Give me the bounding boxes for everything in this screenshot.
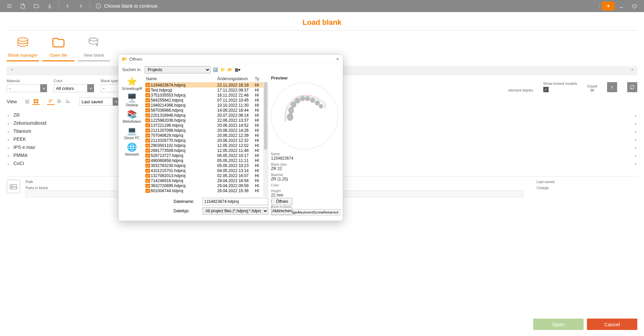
file-row[interactable]: 490060858.hdproj05.05.2022 11:11HI bbox=[145, 158, 268, 163]
svg-point-37 bbox=[310, 98, 315, 103]
tab-label: New blank bbox=[78, 53, 110, 58]
pv-blanktype: ZR 22 bbox=[271, 166, 340, 171]
file-row[interactable]: 1949214366.hdproj10.10.2022 11:30HI bbox=[145, 103, 268, 108]
toolbar-hint: Choose blank to continue. bbox=[95, 3, 158, 9]
new-folder-icon[interactable]: 📂 bbox=[227, 66, 233, 73]
svg-rect-25 bbox=[145, 164, 150, 168]
svg-point-31 bbox=[287, 113, 293, 121]
material-label: Material bbox=[7, 79, 47, 83]
svg-rect-4 bbox=[36, 99, 38, 101]
preview-image bbox=[271, 82, 338, 150]
file-row[interactable]: 2113326770.hdproj20.06.2022 12:32HI bbox=[145, 138, 268, 143]
sort-desc-icon[interactable] bbox=[47, 98, 54, 105]
file-row[interactable]: 4101215701.hdproj04.05.2022 13:14HI bbox=[145, 168, 268, 173]
filename-input[interactable] bbox=[202, 198, 268, 205]
power-icon[interactable] bbox=[628, 0, 641, 12]
file-row[interactable]: Test.hdprojz17.11.2022 09:37HI bbox=[145, 88, 268, 93]
thumbnail-icon bbox=[7, 180, 20, 193]
open-file-dialog: 📂 Öffnen ✕ Suchen in: Projects 🔙 📁 📂 ▦▾ … bbox=[118, 54, 343, 221]
file-row[interactable]: 1225982036.hdproj22.06.2022 13:37HI bbox=[145, 118, 268, 123]
sort-select[interactable]: ▾ bbox=[79, 98, 120, 106]
view-menu-icon[interactable]: ▦▾ bbox=[234, 66, 241, 73]
scrollbar[interactable] bbox=[263, 82, 268, 197]
file-row[interactable]: 601004744.hdproj26.04.2022 15:36HI bbox=[145, 188, 268, 193]
col-name[interactable]: Name bbox=[145, 76, 217, 81]
new-file-icon[interactable] bbox=[16, 0, 30, 12]
svg-rect-23 bbox=[145, 154, 150, 158]
file-row[interactable]: 2691773509.hdproj12.05.2022 11:48HI bbox=[145, 148, 268, 153]
file-row[interactable]: 587036966.hdproj14.09.2022 16:44HI bbox=[145, 108, 268, 113]
place-item[interactable]: 💻Dieser PC bbox=[124, 126, 140, 140]
charge-label: Charge bbox=[537, 186, 637, 190]
sort-asc-icon[interactable] bbox=[64, 98, 72, 105]
list-view-icon[interactable] bbox=[24, 98, 31, 105]
place-item[interactable]: ⭐Schnellzugriff bbox=[122, 77, 142, 91]
tab-blank-manager[interactable]: Blank manager bbox=[7, 35, 39, 61]
grid-view-icon[interactable] bbox=[32, 98, 40, 105]
svg-rect-5 bbox=[34, 102, 36, 103]
folder-icon bbox=[42, 35, 75, 51]
tab-new-blank[interactable]: New blank bbox=[78, 35, 110, 61]
svg-rect-24 bbox=[145, 159, 150, 163]
minimize-icon[interactable] bbox=[614, 0, 628, 12]
svg-point-1 bbox=[18, 38, 28, 41]
chevron-up-icon: ⌃ bbox=[631, 68, 634, 73]
up-nav-icon[interactable]: 📁 bbox=[219, 66, 226, 73]
place-item[interactable]: 🌐Netzwerk bbox=[125, 143, 139, 156]
refresh-button[interactable] bbox=[627, 82, 637, 92]
file-row[interactable]: 584255842.hdproj07.11.2022 10:45HI bbox=[145, 98, 268, 103]
file-row[interactable]: 2121207098.hdproj20.06.2022 14:26HI bbox=[145, 128, 268, 133]
svg-rect-16 bbox=[145, 118, 150, 122]
file-row[interactable]: 2903501102.hdproj12.05.2022 12:02HI bbox=[145, 143, 268, 148]
place-item[interactable]: 🖥️Desktop bbox=[126, 93, 138, 107]
top-toolbar: Choose blank to continue. bbox=[0, 0, 644, 12]
svg-rect-19 bbox=[145, 133, 150, 137]
file-row[interactable]: 714246916.hdproj29.04.2022 16:58HI bbox=[145, 178, 268, 183]
forward-icon[interactable] bbox=[74, 0, 88, 12]
pv-name: 1154823674 bbox=[271, 156, 340, 161]
close-icon[interactable]: ✕ bbox=[336, 57, 339, 62]
hint-text: Choose blank to continue. bbox=[104, 3, 158, 9]
pv-height: 22 mm bbox=[271, 193, 340, 198]
file-row[interactable]: 3632720895.hdproj29.04.2022 09:59HI bbox=[145, 183, 268, 188]
file-row[interactable]: 2201316946.hdproj20.07.2022 08:14HI bbox=[145, 113, 268, 118]
svg-rect-27 bbox=[145, 174, 150, 178]
col-date[interactable]: Änderungsdatum bbox=[217, 76, 255, 81]
color-select[interactable]: ▾ bbox=[54, 84, 94, 92]
sort-mid-icon[interactable] bbox=[56, 98, 63, 105]
material-select[interactable]: ▾ bbox=[7, 84, 47, 92]
svg-rect-28 bbox=[145, 179, 150, 183]
file-row[interactable]: 1327082013.hdproj02.05.2022 16:07HI bbox=[145, 173, 268, 178]
back-icon[interactable] bbox=[61, 0, 74, 12]
svg-rect-3 bbox=[34, 99, 36, 101]
svg-rect-6 bbox=[36, 102, 38, 103]
proceed-icon[interactable] bbox=[602, 2, 614, 10]
svg-rect-29 bbox=[145, 184, 150, 188]
file-row[interactable]: 3751035553.hdproj16.11.2022 21:48HI bbox=[145, 93, 268, 98]
tab-open-file[interactable]: Open file bbox=[42, 35, 75, 61]
prev-button[interactable] bbox=[607, 82, 617, 92]
file-row[interactable]: 1154823674.hdproj22.11.2022 16:19HI bbox=[145, 82, 268, 88]
dialog-open-button[interactable]: Öffnen bbox=[272, 198, 292, 205]
back-nav-icon[interactable]: 🔙 bbox=[212, 66, 219, 73]
svg-rect-22 bbox=[145, 149, 150, 153]
cancel-button[interactable]: Cancel bbox=[587, 319, 637, 330]
open-button[interactable]: Open bbox=[533, 319, 584, 330]
view-label: View bbox=[7, 99, 17, 104]
place-item[interactable]: 📚Bibliotheken bbox=[123, 110, 141, 123]
menu-icon[interactable] bbox=[3, 0, 16, 12]
dialog-cancel-button[interactable]: Abbrechen bbox=[272, 207, 292, 215]
show-locked-checkbox[interactable]: ✓ bbox=[543, 87, 549, 92]
download-icon[interactable] bbox=[43, 0, 56, 12]
svg-point-34 bbox=[295, 98, 300, 103]
file-row[interactable]: 707040629.hdproj20.06.2022 12:39HI bbox=[145, 133, 268, 138]
file-row[interactable]: 137221196.hdproj20.06.2022 14:52HI bbox=[145, 123, 268, 128]
filetype-select[interactable]: All project files (*.hdproj;*.hdprojz;*.… bbox=[202, 207, 268, 215]
col-type[interactable]: Ty bbox=[255, 76, 261, 81]
file-row[interactable]: 3032783230.hdproj05.05.2022 10:23HI bbox=[145, 163, 268, 168]
open-folder-icon[interactable] bbox=[30, 0, 43, 12]
count-display: Count 38 bbox=[587, 84, 597, 92]
file-row[interactable]: 528713727.hdproj06.05.2022 10:17HI bbox=[145, 153, 268, 158]
search-in-select[interactable]: Projects bbox=[145, 66, 211, 73]
file-list[interactable]: 1154823674.hdproj22.11.2022 16:19HITest.… bbox=[145, 82, 268, 197]
